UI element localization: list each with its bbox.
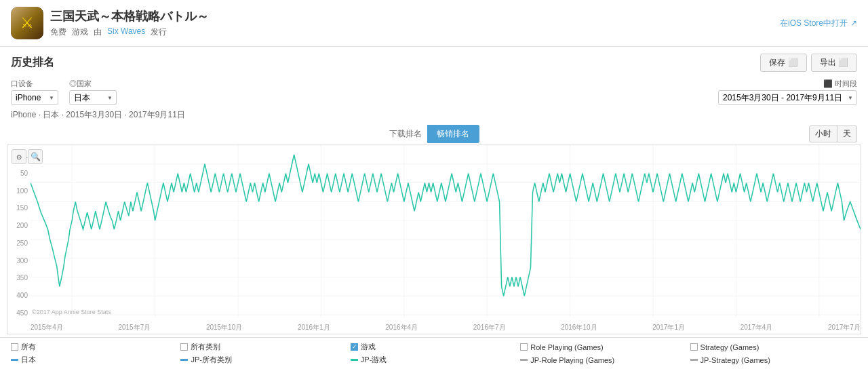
y-axis: 1 50 100 150 200 250 300 350 400 450 <box>7 152 31 317</box>
legend-label-games: 游戏 <box>361 342 376 352</box>
legend-label-strategy: Strategy (Games) <box>701 343 760 351</box>
legend-checkbox-all-cat[interactable] <box>180 343 188 351</box>
device-control: 口设备 iPhone iPad All <box>11 79 58 105</box>
chart-line-graph <box>31 145 861 317</box>
app-category: 游戏 <box>72 26 88 38</box>
app-header: 三国天武～本格戦略バトル～ 免费 游戏 由 Six Waves 发行 在iOS … <box>0 0 868 47</box>
legend-square-japan <box>11 359 18 361</box>
legend-row-1: 所有 所有类别 ✓ 游戏 Role Playing (Games) Strate… <box>11 342 857 352</box>
legend-square-jp-games <box>351 359 358 361</box>
ios-store-link[interactable]: 在iOS Store中打开 ↗ <box>780 18 857 29</box>
y-label-200: 200 <box>10 222 28 229</box>
legend-item-jp-games: JP-游戏 <box>351 355 517 365</box>
legend-item-all-categories: 所有类别 <box>180 342 347 352</box>
chart-copyright: ©2017 App Annie Store Stats <box>32 309 111 315</box>
app-details: 三国天武～本格戦略バトル～ 免费 游戏 由 Six Waves 发行 <box>50 8 209 38</box>
y-label-50: 50 <box>10 170 28 177</box>
date-label: ⬛ 时间段 <box>823 79 857 89</box>
app-info-left: 三国天武～本格戦略バトル～ 免费 游戏 由 Six Waves 发行 <box>11 7 209 39</box>
app-price: 免费 <box>50 26 66 38</box>
x-label-oct15: 2015年10月 <box>206 323 242 332</box>
y-label-250: 250 <box>10 239 28 247</box>
legend-item-games: ✓ 游戏 <box>351 342 517 352</box>
date-range-select-wrapper: 2015年3月30日 - 2017年9月11日 <box>718 90 857 105</box>
legend-square-jp-strategy <box>690 359 698 361</box>
legend-label-jp-role: JP-Role Playing (Games) <box>530 356 614 364</box>
export-button[interactable]: 导出 ⬜ <box>811 54 857 72</box>
external-link-icon: ↗ <box>850 18 857 28</box>
legend-label-all: 所有 <box>21 342 36 352</box>
time-buttons: 小时 天 <box>809 125 857 142</box>
y-label-300: 300 <box>10 257 28 265</box>
legend-item-all: 所有 <box>11 342 178 352</box>
filter-description: iPhone · 日本 · 2015年3月30日 · 2017年9月11日 <box>0 108 868 123</box>
legend-label-all-cat: 所有类别 <box>191 342 220 352</box>
legend-item-jp-role: JP-Role Playing (Games) <box>520 355 687 365</box>
legend-label-japan: 日本 <box>21 355 36 365</box>
app-icon <box>11 7 43 39</box>
device-label: 口设备 <box>11 79 58 89</box>
device-select-wrapper: iPhone iPad All <box>11 90 58 105</box>
y-label-150: 150 <box>10 204 28 212</box>
legend-label-jp-all-cat: JP-所有类别 <box>191 355 232 365</box>
zoom-controls: ⊙ 🔍 <box>12 149 43 164</box>
x-label-jul15: 2015年7月 <box>118 323 151 332</box>
chart-tab-group: 畅销排名 <box>427 125 479 143</box>
chart-area: ⊙ 🔍 1 50 100 150 200 250 300 350 400 450 <box>7 144 861 334</box>
country-control: ◎国家 日本 美国 中国 <box>69 79 117 105</box>
country-select-wrapper: 日本 美国 中国 <box>69 90 117 105</box>
x-label-apr16: 2016年4月 <box>385 323 418 332</box>
legend-square-jp-all-cat <box>180 359 188 361</box>
country-select[interactable]: 日本 美国 中国 <box>69 90 117 105</box>
legend-checkbox-role[interactable] <box>520 343 528 351</box>
chart-tab-area: 下载排名 畅销排名 <box>389 125 479 143</box>
app-title: 三国天武～本格戦略バトル～ <box>50 8 209 24</box>
y-label-450: 450 <box>10 309 28 317</box>
controls-row: 口设备 iPhone iPad All ◎国家 日本 美国 中国 ⬛ 时间段 <box>0 76 868 108</box>
zoom-in-button[interactable]: 🔍 <box>28 149 43 164</box>
app-meta: 免费 游戏 由 Six Waves 发行 <box>50 26 209 38</box>
chart-svg-container: ©2017 App Annie Store Stats <box>31 145 861 317</box>
chart-controls-row: 下载排名 畅销排名 小时 天 <box>0 123 868 144</box>
device-select[interactable]: iPhone iPad All <box>11 90 58 105</box>
x-label-jan17: 2017年1月 <box>652 323 685 332</box>
tab-revenue[interactable]: 畅销排名 <box>427 125 479 143</box>
section-title: 历史排名 <box>11 56 54 70</box>
x-label-jan16: 2016年1月 <box>298 323 330 332</box>
hour-button[interactable]: 小时 <box>809 125 837 142</box>
app-developer-label: 由 <box>94 26 102 38</box>
country-label: ◎国家 <box>69 79 117 89</box>
legend-checkbox-all[interactable] <box>11 343 18 351</box>
day-button[interactable]: 天 <box>837 125 857 142</box>
legend-label-role: Role Playing (Games) <box>530 343 604 351</box>
legend-item-jp-all-cat: JP-所有类别 <box>180 355 347 365</box>
legend-square-jp-role <box>520 359 528 361</box>
legend-checkbox-games[interactable]: ✓ <box>351 343 358 351</box>
x-label-oct16: 2016年10月 <box>561 323 597 332</box>
header-buttons: 保存 ⬜ 导出 ⬜ <box>760 54 857 72</box>
x-label-apr17: 2017年4月 <box>741 323 773 332</box>
y-label-350: 350 <box>10 274 28 282</box>
controls-left: 口设备 iPhone iPad All ◎国家 日本 美国 中国 <box>11 79 117 105</box>
legend-area: 所有 所有类别 ✓ 游戏 Role Playing (Games) Strate… <box>0 337 868 369</box>
legend-item-role-playing: Role Playing (Games) <box>520 342 687 352</box>
section-header: 历史排名 保存 ⬜ 导出 ⬜ <box>0 47 868 76</box>
legend-checkbox-strategy[interactable] <box>690 343 698 351</box>
x-label-jul16: 2016年7月 <box>473 323 506 332</box>
legend-label-jp-games: JP-游戏 <box>361 355 387 365</box>
x-label-jul17: 2017年7月 <box>828 323 861 332</box>
y-label-100: 100 <box>10 187 28 195</box>
date-range-select[interactable]: 2015年3月30日 - 2017年9月11日 <box>718 90 857 105</box>
x-label-apr15: 2015年4月 <box>31 323 63 332</box>
zoom-reset-button[interactable]: ⊙ <box>12 149 26 164</box>
legend-row-2: 日本 JP-所有类别 JP-游戏 JP-Role Playing (Games)… <box>11 355 857 365</box>
legend-label-jp-strategy: JP-Strategy (Games) <box>701 356 770 364</box>
controls-right: ⬛ 时间段 2015年3月30日 - 2017年9月11日 <box>718 79 857 105</box>
save-button[interactable]: 保存 ⬜ <box>760 54 806 72</box>
y-label-400: 400 <box>10 292 28 299</box>
download-rank-label: 下载排名 <box>389 128 422 140</box>
app-developer-suffix: 发行 <box>151 26 167 38</box>
legend-item-strategy: Strategy (Games) <box>690 342 857 352</box>
legend-item-jp-strategy: JP-Strategy (Games) <box>690 355 857 365</box>
app-developer-link[interactable]: Six Waves <box>107 26 145 38</box>
